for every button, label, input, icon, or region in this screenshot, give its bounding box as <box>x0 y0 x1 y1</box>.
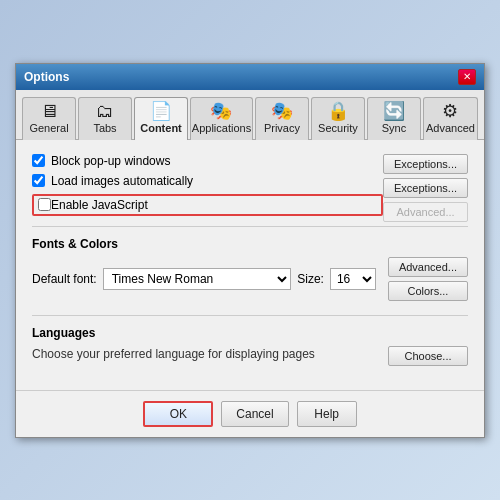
tab-security[interactable]: 🔒 Security <box>311 97 365 140</box>
tab-applications-label: Applications <box>192 122 251 134</box>
tabs-icon: 🗂 <box>96 102 114 120</box>
close-button[interactable]: ✕ <box>458 69 476 85</box>
applications-icon: 🎭 <box>210 102 232 120</box>
tab-advanced[interactable]: ⚙ Advanced <box>423 97 478 140</box>
divider-2 <box>32 315 468 316</box>
window-title: Options <box>24 70 69 84</box>
size-label: Size: <box>297 272 324 286</box>
title-bar: Options ✕ <box>16 64 484 90</box>
fonts-buttons: Advanced... Colors... <box>388 257 468 301</box>
block-popup-left: Block pop-up windows Load images automat… <box>32 154 383 222</box>
advanced-icon: ⚙ <box>442 102 458 120</box>
exceptions-buttons: Exceptions... Exceptions... Advanced... <box>383 154 468 222</box>
default-font-label: Default font: <box>32 272 97 286</box>
enable-js-label: Enable JavaScript <box>51 198 148 212</box>
load-images-label: Load images automatically <box>51 174 193 188</box>
tab-security-label: Security <box>318 122 358 134</box>
languages-desc: Choose your preferred language for displ… <box>32 347 315 361</box>
load-images-row: Load images automatically <box>32 174 383 188</box>
tab-tabs[interactable]: 🗂 Tabs <box>78 97 132 140</box>
choose-button[interactable]: Choose... <box>388 346 468 366</box>
tab-privacy-label: Privacy <box>264 122 300 134</box>
help-button[interactable]: Help <box>297 401 357 427</box>
tab-advanced-label: Advanced <box>426 122 475 134</box>
tab-content[interactable]: 📄 Content <box>134 97 188 140</box>
tabs-bar: 🖥 General 🗂 Tabs 📄 Content 🎭 Application… <box>16 90 484 140</box>
fonts-section: Fonts & Colors Default font: Times New R… <box>32 237 468 301</box>
languages-section: Languages Choose your preferred language… <box>32 326 468 366</box>
fonts-title: Fonts & Colors <box>32 237 468 251</box>
languages-title: Languages <box>32 326 468 340</box>
size-select[interactable]: 16 <box>330 268 376 290</box>
enable-js-checkbox[interactable] <box>38 198 51 211</box>
colors-button[interactable]: Colors... <box>388 281 468 301</box>
footer-bar: OK Cancel Help <box>16 390 484 437</box>
fonts-advanced-button[interactable]: Advanced... <box>388 257 468 277</box>
tab-sync-label: Sync <box>382 122 406 134</box>
ok-button[interactable]: OK <box>143 401 213 427</box>
divider-1 <box>32 226 468 227</box>
block-popup-label: Block pop-up windows <box>51 154 170 168</box>
title-controls: ✕ <box>458 69 476 85</box>
tab-applications[interactable]: 🎭 Applications <box>190 97 253 140</box>
font-select[interactable]: Times New Roman <box>103 268 292 290</box>
tab-general-label: General <box>29 122 68 134</box>
sync-icon: 🔄 <box>383 102 405 120</box>
exceptions-button-1[interactable]: Exceptions... <box>383 154 468 174</box>
exceptions-button-2[interactable]: Exceptions... <box>383 178 468 198</box>
tab-content-label: Content <box>140 122 182 134</box>
advanced-js-button[interactable]: Advanced... <box>383 202 468 222</box>
tab-tabs-label: Tabs <box>93 122 116 134</box>
fonts-row: Default font: Times New Roman Size: 16 A… <box>32 257 468 301</box>
languages-row: Choose your preferred language for displ… <box>32 346 468 366</box>
content-icon: 📄 <box>150 102 172 120</box>
general-icon: 🖥 <box>40 102 58 120</box>
tab-sync[interactable]: 🔄 Sync <box>367 97 421 140</box>
options-window: Options ✕ 🖥 General 🗂 Tabs 📄 Content 🎭 A… <box>15 63 485 438</box>
cancel-button[interactable]: Cancel <box>221 401 288 427</box>
tab-general[interactable]: 🖥 General <box>22 97 76 140</box>
block-popup-section: Block pop-up windows Load images automat… <box>32 154 468 222</box>
block-popup-checkbox[interactable] <box>32 154 45 167</box>
load-images-checkbox[interactable] <box>32 174 45 187</box>
block-popup-row: Block pop-up windows <box>32 154 383 168</box>
content-area: Block pop-up windows Load images automat… <box>16 140 484 390</box>
tab-privacy[interactable]: 🎭 Privacy <box>255 97 309 140</box>
security-icon: 🔒 <box>327 102 349 120</box>
privacy-icon: 🎭 <box>271 102 293 120</box>
enable-js-row: Enable JavaScript <box>32 194 383 216</box>
